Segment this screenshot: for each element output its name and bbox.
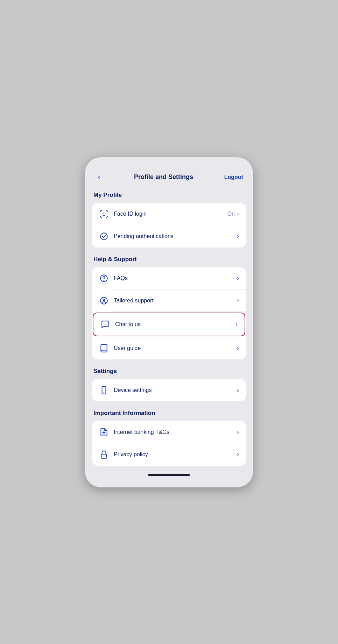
face-id-login-value: On <box>227 211 235 217</box>
tailored-support-chevron-icon: › <box>237 297 239 304</box>
settings-card: Device settings › <box>92 379 246 401</box>
svg-point-8 <box>105 324 106 324</box>
help-support-section-label: Help & Support <box>93 256 245 263</box>
svg-point-9 <box>106 324 107 324</box>
my-profile-card: Face ID login On › Pending authenticatio… <box>92 203 246 248</box>
svg-point-2 <box>100 233 107 240</box>
pending-auth-chevron-icon: › <box>237 232 239 240</box>
phone-icon <box>99 385 109 395</box>
user-guide-item[interactable]: User guide › <box>92 337 246 359</box>
pending-auth-item[interactable]: Pending authentications › <box>92 225 246 248</box>
user-guide-label: User guide <box>114 345 237 351</box>
svg-point-0 <box>103 213 103 213</box>
pending-auth-label: Pending authentications <box>114 233 237 239</box>
chat-icon <box>100 320 110 329</box>
face-id-login-label: Face ID login <box>114 211 227 217</box>
book-icon <box>99 343 109 353</box>
faqs-chevron-icon: › <box>237 274 239 282</box>
internet-banking-chevron-icon: › <box>237 428 239 436</box>
user-guide-chevron-icon: › <box>237 344 239 352</box>
device-settings-item[interactable]: Device settings › <box>92 379 246 401</box>
question-circle-icon <box>99 273 109 283</box>
page-title: Profile and Settings <box>134 173 193 181</box>
face-id-icon <box>99 209 109 219</box>
phone-frame: ‹ Profile and Settings Logout My Profile… <box>85 157 253 487</box>
header: ‹ Profile and Settings Logout <box>92 166 246 192</box>
chat-to-us-chevron-icon: › <box>235 321 238 328</box>
document-icon <box>99 427 109 437</box>
help-support-card: FAQs › Tailored support › <box>92 267 246 359</box>
settings-section-label: Settings <box>93 368 245 375</box>
privacy-policy-label: Privacy policy <box>114 451 237 458</box>
back-button[interactable]: ‹ <box>95 171 103 183</box>
lock-icon <box>99 450 109 459</box>
chat-to-us-item[interactable]: Chat to us › <box>93 313 245 336</box>
my-profile-section-label: My Profile <box>93 192 245 199</box>
privacy-policy-chevron-icon: › <box>237 451 239 458</box>
svg-point-16 <box>104 456 105 457</box>
important-info-section-label: Important Information <box>93 410 245 417</box>
bottom-bar <box>92 474 246 476</box>
svg-rect-10 <box>102 386 106 394</box>
svg-point-6 <box>103 299 105 301</box>
svg-point-4 <box>104 280 104 280</box>
svg-point-1 <box>105 213 105 213</box>
person-circle-icon <box>99 296 109 306</box>
internet-banking-label: Internet banking T&Cs <box>114 429 237 435</box>
faqs-label: FAQs <box>114 275 237 281</box>
device-settings-chevron-icon: › <box>237 386 239 394</box>
home-indicator <box>148 474 190 476</box>
device-settings-label: Device settings <box>114 387 237 393</box>
privacy-policy-item[interactable]: Privacy policy › <box>92 443 246 466</box>
check-circle-icon <box>99 231 109 241</box>
chat-highlight-wrapper: Chat to us › <box>93 313 245 336</box>
face-id-chevron-icon: › <box>237 210 239 217</box>
chat-to-us-label: Chat to us <box>115 321 235 328</box>
faqs-item[interactable]: FAQs › <box>92 267 246 289</box>
svg-point-7 <box>104 324 104 324</box>
face-id-login-item[interactable]: Face ID login On › <box>92 203 246 225</box>
important-info-card: Internet banking T&Cs › Privacy policy › <box>92 421 246 466</box>
tailored-support-item[interactable]: Tailored support › <box>92 289 246 312</box>
logout-button[interactable]: Logout <box>224 174 243 180</box>
tailored-support-label: Tailored support <box>114 298 237 304</box>
internet-banking-item[interactable]: Internet banking T&Cs › <box>92 421 246 443</box>
